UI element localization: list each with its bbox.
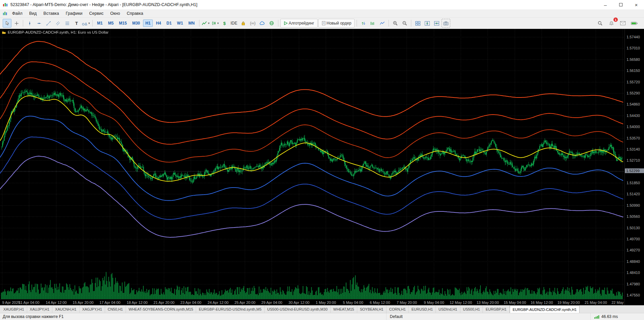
tick-chart-button[interactable]	[359, 19, 368, 28]
timeframe-button-mn[interactable]: MN	[186, 19, 197, 27]
crosshair-tool-button[interactable]	[12, 19, 21, 28]
time-tick-label: 5 May 04:00	[343, 301, 363, 305]
menu-view[interactable]: Вид	[26, 10, 40, 17]
menu-file[interactable]: Файл	[9, 10, 26, 17]
trendline-icon	[46, 21, 51, 26]
zoom-in-button[interactable]	[391, 19, 400, 28]
price-scale[interactable]: 1.52299 1.574401.570101.565801.561501.55…	[625, 29, 644, 305]
horizontal-line-icon	[37, 21, 41, 26]
time-tick-label: 1 May 20:00	[316, 301, 336, 305]
chart-tab[interactable]: SOYBEAN,H1	[357, 306, 386, 313]
minimize-button[interactable]: –	[598, 0, 613, 9]
menu-insert[interactable]: Вставка	[40, 10, 62, 17]
menu-window[interactable]: Окно	[107, 10, 123, 17]
bar-chart-button[interactable]	[368, 19, 377, 28]
chart-tab[interactable]: XAUGBP,H1	[1, 306, 27, 313]
chart-tab[interactable]: US500,H1	[460, 306, 483, 313]
price-chart-canvas[interactable]	[0, 29, 625, 299]
infinity-icon: (∞)	[250, 21, 256, 26]
search-icon	[598, 21, 602, 26]
new-order-button[interactable]: Новый ордер	[318, 19, 355, 28]
timeframe-button-m1[interactable]: M1	[95, 19, 105, 27]
profile-selector[interactable]: Default	[386, 313, 590, 320]
timeframe-button-m15[interactable]: M15	[117, 19, 129, 27]
chart-tab[interactable]: CN50,H1	[105, 306, 126, 313]
chart-tab[interactable]: EURGBP,H1	[483, 306, 509, 313]
line-chart-button[interactable]	[378, 19, 386, 28]
chart-tab[interactable]: EURGBP-EURUSD-USDInd.synth,M5	[196, 306, 264, 313]
algo-trading-button[interactable]: Алготрейдинг	[280, 19, 318, 28]
menu-charts[interactable]: Графики	[62, 10, 86, 17]
chart-tab[interactable]: USDInd,H1	[436, 306, 460, 313]
document-icon	[322, 21, 326, 26]
ide-button[interactable]: IDE	[230, 19, 238, 28]
timeframe-button-m30[interactable]: M30	[130, 19, 142, 27]
cursor-tool-button[interactable]	[3, 19, 11, 28]
chart-tab[interactable]: EURGBP-AUDNZD-CADCHF.synth,H1	[510, 306, 580, 313]
menu-service[interactable]: Сервис	[86, 10, 107, 17]
time-tick-label: 21 Apr 20:00	[153, 301, 174, 305]
shapes-tool-button[interactable]: ▾	[82, 19, 90, 28]
connection-status[interactable]: 46.63 ms	[590, 313, 644, 320]
timeframe-button-d1[interactable]: D1	[164, 19, 174, 27]
vertical-line-tool-button[interactable]	[25, 19, 34, 28]
screenshot-button[interactable]	[442, 19, 450, 28]
price-tick-label: 1.50990	[627, 203, 640, 207]
text-tool-button[interactable]: T	[72, 19, 81, 28]
timeframe-button-h1[interactable]: H1	[143, 19, 153, 27]
price-tick-label: 1.47550	[627, 293, 640, 297]
zoom-out-button[interactable]	[400, 19, 409, 28]
lock-button[interactable]	[239, 19, 248, 28]
chart-template-button[interactable]: ▾	[211, 19, 220, 28]
channel-icon	[56, 21, 60, 26]
timeframe-button-m5[interactable]: M5	[106, 19, 116, 27]
price-tick-label: 1.51420	[627, 192, 640, 196]
community-button[interactable]	[267, 19, 276, 28]
chart-tab[interactable]: WHEAT,M15	[331, 306, 357, 313]
chart-tab[interactable]: EURUSD,H1	[409, 306, 436, 313]
price-tick-label: 1.54000	[627, 125, 640, 129]
split-vertical-button[interactable]	[423, 19, 431, 28]
chart-tab[interactable]: CORN,H1	[386, 306, 409, 313]
timeframe-button-w1[interactable]: W1	[175, 19, 185, 27]
horizontal-line-tool-button[interactable]	[35, 19, 43, 28]
fibonacci-tool-button[interactable]	[63, 19, 72, 28]
chart-tab[interactable]: US500-USDInd-EURUSD.synth,M30	[265, 306, 331, 313]
envelope-icon	[620, 21, 626, 25]
mail-button[interactable]	[618, 19, 627, 28]
time-axis[interactable]: 9 Apr 202511 Apr 04:0014 Apr 12:0015 Apr…	[0, 299, 625, 305]
time-tick-label: 12 May 12:00	[450, 301, 472, 305]
market-dollar-button[interactable]: $	[220, 19, 229, 28]
channel-tool-button[interactable]	[53, 19, 62, 28]
trendline-tool-button[interactable]	[44, 19, 53, 28]
chart-tab[interactable]: XAUJPY,H1	[27, 306, 53, 313]
time-tick-label: 29 Apr 04:00	[261, 301, 282, 305]
dollar-icon: $	[223, 21, 226, 26]
titlebar[interactable]: 52323847 - Alpari-MT5-Demo: Демо-счет - …	[0, 0, 644, 9]
sync-button[interactable]: (∞)	[248, 19, 257, 28]
toolbar-separator	[23, 20, 23, 27]
shapes-icon	[82, 21, 87, 26]
split-horizontal-button[interactable]	[432, 19, 441, 28]
time-tick-label: 13 May 20:00	[476, 301, 499, 305]
cloud-button[interactable]	[258, 19, 267, 28]
notifications-button[interactable]: 1	[607, 19, 616, 28]
battery-indicator[interactable]	[630, 19, 639, 28]
globe-icon	[269, 21, 274, 26]
price-tick-label: 1.54430	[627, 114, 640, 118]
menu-help[interactable]: Справка	[123, 10, 146, 17]
chart-tab[interactable]: XAUCNH,H1	[52, 306, 80, 313]
timeframe-button-h4[interactable]: H4	[153, 19, 163, 27]
chart-tab[interactable]: WHEAT-SOYBEANS-CORN.synth,M15	[126, 306, 196, 313]
close-button[interactable]: ×	[629, 0, 644, 9]
chevron-down-icon: ▾	[217, 22, 219, 25]
maximize-icon	[619, 3, 623, 6]
maximize-button[interactable]	[613, 0, 629, 9]
chart-tab[interactable]: XAGJPY,H1	[80, 306, 105, 313]
indicators-button[interactable]: ▾	[201, 19, 210, 28]
tile-windows-button[interactable]	[413, 19, 422, 28]
chevron-down-icon: ▾	[88, 22, 90, 25]
search-button[interactable]	[596, 19, 604, 28]
vertical-line-icon	[28, 21, 32, 26]
price-tick-label: 1.53570	[627, 136, 640, 140]
